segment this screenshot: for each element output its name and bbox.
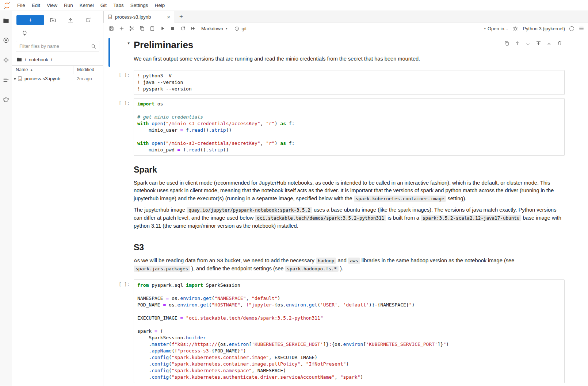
cell-prompt xyxy=(110,237,134,276)
menu-help[interactable]: Help xyxy=(151,0,168,11)
run-icon xyxy=(160,26,165,31)
code-cell[interactable]: [ ]:! python3 -V! java --version! pyspar… xyxy=(108,70,565,95)
markdown-rendered-area: PreliminariesWe can first output some ve… xyxy=(134,38,565,67)
menu-kernel[interactable]: Kernel xyxy=(76,0,97,11)
fast-forward-icon xyxy=(190,26,196,31)
hamburger-menu-icon[interactable] xyxy=(579,26,584,31)
new-folder-icon[interactable] xyxy=(49,16,57,24)
menu-settings[interactable]: Settings xyxy=(127,0,152,11)
move-cell-up-button[interactable] xyxy=(513,39,522,47)
column-header-name[interactable]: Name ▲ xyxy=(12,67,73,72)
delete-cell-button[interactable] xyxy=(555,39,564,47)
breadcrumb-folder[interactable]: notebook xyxy=(29,57,49,62)
move-cell-down-button[interactable] xyxy=(523,39,532,47)
cell-prompt: [ ]: xyxy=(110,279,134,383)
inline-code: aws xyxy=(348,258,360,264)
notebook-panel[interactable]: ▾PreliminariesWe can first output some v… xyxy=(103,34,588,386)
code-editor[interactable]: ! python3 -V! java --version! pyspark --… xyxy=(134,70,565,95)
file-browser-tab-icon[interactable] xyxy=(1,16,10,25)
menu-git[interactable]: Git xyxy=(97,0,110,11)
markdown-heading: Spark xyxy=(134,165,565,175)
tab-label: process-s3.ipynb xyxy=(115,14,164,20)
cell-input-area: import os # get minio credentialswith op… xyxy=(134,98,565,156)
filter-files-input[interactable] xyxy=(16,41,99,51)
interrupt-kernel-button[interactable] xyxy=(168,24,178,33)
cell-input-area: ! python3 -V! java --version! pyspark --… xyxy=(134,70,565,95)
notebook-file-icon xyxy=(107,14,112,19)
git-tab-icon[interactable] xyxy=(1,55,10,64)
cell-prompt: ▾ xyxy=(110,38,134,67)
menu-view[interactable]: View xyxy=(43,0,61,11)
breadcrumb[interactable]: / notebook / xyxy=(12,53,103,65)
paste-icon xyxy=(149,26,155,31)
file-browser-panel: + / xyxy=(12,11,103,386)
kernel-name[interactable]: Python 3 (ipykernel) xyxy=(523,26,565,31)
debugger-bug-icon[interactable] xyxy=(512,26,518,31)
duplicate-cell-button[interactable] xyxy=(502,39,511,47)
git-clone-icon[interactable] xyxy=(21,29,28,36)
code-editor[interactable]: from pyspark.sql import SparkSession NAM… xyxy=(134,279,565,383)
copy-cell-button[interactable] xyxy=(137,24,147,33)
markdown-cell[interactable]: S3As we will be reading data from an S3 … xyxy=(108,237,565,276)
restart-run-all-button[interactable] xyxy=(188,24,198,33)
insert-cell-below-button[interactable] xyxy=(545,39,553,47)
insert-cell-button[interactable] xyxy=(117,24,127,33)
notebook-cells: ▾PreliminariesWe can first output some v… xyxy=(103,38,588,383)
restart-kernel-button[interactable] xyxy=(178,24,188,33)
refresh-file-list-icon[interactable] xyxy=(84,16,92,24)
column-header-modified[interactable]: Modified xyxy=(73,66,103,74)
cell-type-dropdown[interactable]: Markdown ▾ xyxy=(201,26,228,31)
code-cell[interactable]: [ ]:import os # get minio credentialswit… xyxy=(108,98,565,156)
close-tab-icon[interactable]: × xyxy=(166,14,171,20)
cut-cell-button[interactable] xyxy=(127,24,137,33)
menu-file[interactable]: File xyxy=(14,0,28,11)
upload-files-icon[interactable] xyxy=(67,16,74,24)
git-clone-row xyxy=(12,26,103,37)
cut-icon xyxy=(129,26,135,31)
breadcrumb-root[interactable]: / xyxy=(25,57,26,62)
breadcrumb-sep: / xyxy=(51,57,52,62)
move-cell-down-icon xyxy=(525,40,531,46)
stop-icon xyxy=(170,26,176,31)
open-in-dropdown[interactable]: ▾ Open in... xyxy=(484,26,508,31)
save-button[interactable] xyxy=(106,24,117,33)
cell-prompt xyxy=(110,159,134,234)
inline-code: oci.stackable.tech/demos/spark:3.5.2-pyt… xyxy=(255,215,386,221)
heading-collapse-icon[interactable]: ▾ xyxy=(127,41,130,45)
duplicate-cell-icon xyxy=(504,40,509,46)
inline-code: spark.hadoopo.fs.* xyxy=(285,266,339,272)
inline-code: spark:3.5.2-scala2.12-java17-ubuntu xyxy=(421,215,521,221)
extension-manager-tab-icon[interactable] xyxy=(1,95,10,104)
code-editor[interactable]: import os # get minio credentialswith op… xyxy=(134,98,565,156)
git-toolbar-label[interactable]: git xyxy=(242,26,247,31)
menu-edit[interactable]: Edit xyxy=(28,0,43,11)
tab-process-s3[interactable]: process-s3.ipynb × xyxy=(103,11,175,23)
kernel-status-icon[interactable] xyxy=(569,26,574,31)
jupyter-logo-icon xyxy=(3,1,11,9)
markdown-cell[interactable]: SparkSpark can be used in client mode (r… xyxy=(108,159,565,234)
search-icon xyxy=(91,43,96,49)
insert-cell-above-button[interactable] xyxy=(534,39,543,47)
paste-cell-button[interactable] xyxy=(147,24,157,33)
code-cell[interactable]: [ ]:from pyspark.sql import SparkSession… xyxy=(108,279,565,383)
new-launcher-button[interactable]: + xyxy=(16,15,44,25)
copy-icon xyxy=(139,26,145,31)
history-icon[interactable] xyxy=(234,26,240,31)
run-cell-button[interactable] xyxy=(157,24,168,33)
markdown-cell[interactable]: ▾PreliminariesWe can first output some v… xyxy=(108,38,565,67)
file-name: process-s3.ipynb xyxy=(23,76,73,81)
inline-code: hadoop xyxy=(316,258,336,264)
new-tab-button[interactable]: + xyxy=(175,11,187,23)
markdown-heading: Preliminaries xyxy=(134,39,565,51)
table-of-contents-tab-icon[interactable] xyxy=(1,75,10,84)
menu-tabs[interactable]: Tabs xyxy=(110,0,127,11)
menu-run[interactable]: Run xyxy=(61,0,76,11)
markdown-paragraph: The jupyterhub image quay.io/jupyter/pys… xyxy=(134,206,565,230)
running-kernels-tab-icon[interactable] xyxy=(1,36,10,45)
file-list-item[interactable]: process-s3.ipynb 2m ago xyxy=(12,74,103,83)
insert-cell-below-icon xyxy=(546,40,552,46)
restart-icon xyxy=(180,26,186,31)
file-list-header: Name ▲ Modified xyxy=(12,65,103,74)
inline-code: spark.kubernetes.container.image xyxy=(354,196,446,202)
notebook-file-icon xyxy=(17,76,23,81)
